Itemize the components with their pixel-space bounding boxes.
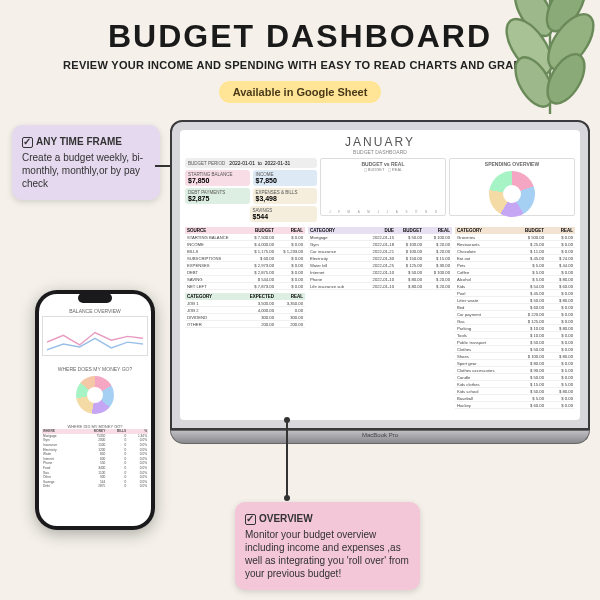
table-row: Clothes$ 50.00$ 0.00 [455, 346, 575, 353]
spreadsheet-view: JANUARY BUDGET DASHBOARD BUDGET PERIOD 2… [180, 130, 580, 420]
table-row: Pets$ 5.00$ 44.00 [455, 262, 575, 269]
table-row: Gym2022-01-18$ 100.00$ 20.00 [308, 241, 452, 248]
phone-mockup: BALANCE OVERVIEW WHERE DOES MY MONEY GO?… [35, 290, 155, 530]
table-row: Water85000.0% [42, 452, 148, 457]
chart-balance-overview [42, 316, 148, 356]
table-row: Parking$ 10.00$ 80.00 [455, 325, 575, 332]
donut-icon [489, 171, 535, 217]
chart-spending-overview: SPENDING OVERVIEW [449, 158, 575, 216]
table-row: Coffee$ 5.00$ 0.00 [455, 269, 575, 276]
table-row: Kids school$ 50.00$ 80.00 [455, 388, 575, 395]
check-icon [245, 514, 256, 525]
table-row: OTHER200.00200.00 [185, 321, 305, 328]
table-row: Chocolate$ 11.00$ 0.00 [455, 248, 575, 255]
table-row: Alcohol$ 5.00$ 80.00 [455, 276, 575, 283]
table-row: STARTING BALANCE$ 7,500.00$ 0.00 [185, 234, 305, 241]
table-row: Candle$ 50.00$ 0.00 [455, 374, 575, 381]
table-row: Kids clothes$ 15.00$ 5.00 [455, 381, 575, 388]
table-row: INCOME$ 4,000.00$ 0.00 [185, 241, 305, 248]
table-row: Hockey$ 60.00$ 0.00 [455, 402, 575, 409]
table-row: Pool$ 45.00$ 0.00 [455, 290, 575, 297]
table-row: Savings54400.0% [42, 480, 148, 485]
callout-overview: OVERVIEW Monitor your budget overview in… [235, 502, 420, 590]
table-row: EXPENSES$ 2,973.00$ 0.00 [185, 262, 305, 269]
table-row: Gas110000.0% [42, 470, 148, 475]
table-row: Phone2022-01-10$ 80.00$ 20.00 [308, 276, 452, 283]
table-row: Electricity120000.0% [42, 447, 148, 452]
table-row: Tools$ 10.00$ 0.00 [455, 332, 575, 339]
table-row: Other90000.0% [42, 475, 148, 480]
table-row: Internet2022-01-10$ 50.00$ 100.00 [308, 269, 452, 276]
table-row: Car payment$ 220.00$ 0.00 [455, 311, 575, 318]
check-icon [22, 137, 33, 148]
table-row: Car insurance2022-01-21$ 100.00$ 20.00 [308, 248, 452, 255]
table-row: Electricity2022-01-30$ 150.00$ 15.00 [308, 255, 452, 262]
callout-timeframe: ANY TIME FRAME Create a budget weekly, b… [12, 125, 160, 200]
table-row: Shoes$ 100.00$ 80.00 [455, 353, 575, 360]
table-row: Phone55000.0% [42, 461, 148, 466]
table-row: DIVIDEND300.00300.00 [185, 314, 305, 321]
table-row: JOB 24,000.000.00 [185, 307, 305, 314]
availability-badge: Available in Google Sheet [219, 81, 382, 103]
table-row: Mortgage2022-01-15$ 50.00$ 100.00 [308, 234, 452, 241]
table-row: BILLS$ 1,175.00$ 1,233.00 [185, 248, 305, 255]
table-row: Litter waste$ 50.00$ 80.00 [455, 297, 575, 304]
table-row: Sport gear$ 80.00$ 0.00 [455, 360, 575, 367]
table-row: Internet60000.0% [42, 457, 148, 462]
donut-icon [76, 376, 114, 414]
table-row: DEBT$ 2,875.00$ 0.00 [185, 269, 305, 276]
table-row: Public transport$ 50.00$ 0.00 [455, 339, 575, 346]
table-row: Water bill2022-01-25$ 125.00$ 30.00 [308, 262, 452, 269]
table-row: Life insurance sub2022-01-10$ 80.00$ 20.… [308, 283, 452, 290]
table-row: Restaurants$ 25.00$ 0.00 [455, 241, 575, 248]
decorative-leaf [470, 0, 600, 130]
table-row: Food340000.0% [42, 466, 148, 471]
table-row: Debt287500.0% [42, 484, 148, 489]
chart-budget-vs-real: BUDGET vs REAL ◻ BUDGET ◻ REAL JFMAMJJAS… [320, 158, 446, 216]
table-row: JOB 13,500.003,350.00 [185, 300, 305, 307]
table-row: Kids$ 54.00$ 60.00 [455, 283, 575, 290]
table-row: Gas$ 125.00$ 0.00 [455, 318, 575, 325]
phone-notch [78, 293, 112, 303]
sheet-month: JANUARY [185, 135, 575, 149]
table-row: Eat out$ 45.00$ 24.00 [455, 255, 575, 262]
table-row: SAVING$ 544.00$ 0.00 [185, 276, 305, 283]
table-row: Mortgage7535001.34% [42, 434, 148, 439]
table-row: NET LEFT$ 7,873.00$ 0.00 [185, 283, 305, 290]
table-row: SUBSCRIPTIONS$ 60.00$ 0.00 [185, 255, 305, 262]
laptop-mockup: JANUARY BUDGET DASHBOARD BUDGET PERIOD 2… [170, 120, 590, 444]
table-row: Groceries$ 500.00$ 0.00 [455, 234, 575, 241]
table-row: Gym200000.0% [42, 438, 148, 443]
table-row: Insurance150000.0% [42, 443, 148, 448]
table-row: Bed$ 60.00$ 0.00 [455, 304, 575, 311]
table-row: Baseball$ 5.00$ 0.00 [455, 395, 575, 402]
table-row: Clothes accessories$ 90.00$ 5.00 [455, 367, 575, 374]
sheet-subtitle: BUDGET DASHBOARD [185, 149, 575, 155]
laptop-base [170, 430, 590, 444]
pointer-line [286, 420, 288, 498]
